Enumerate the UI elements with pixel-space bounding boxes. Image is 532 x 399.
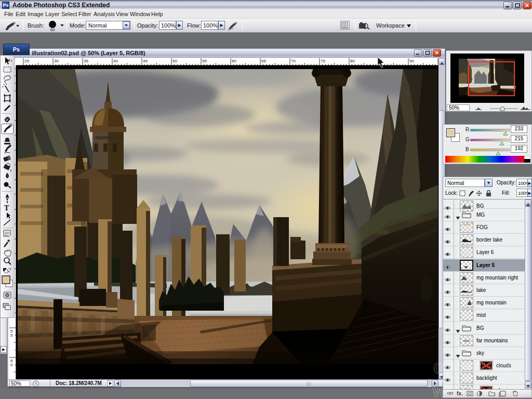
svg-text:0: 0 — [10, 363, 13, 367]
svg-text:70: 70 — [291, 59, 296, 63]
svg-text:5: 5 — [10, 333, 13, 338]
svg-text:25: 25 — [24, 59, 29, 63]
svg-text:75: 75 — [321, 59, 325, 63]
svg-text:50: 50 — [172, 59, 177, 63]
svg-text:40: 40 — [113, 59, 118, 63]
svg-text:80: 80 — [350, 59, 355, 63]
svg-text:55: 55 — [202, 59, 207, 63]
svg-text:90: 90 — [50, 28, 55, 32]
svg-text:30: 30 — [54, 59, 59, 63]
svg-text:60: 60 — [232, 59, 236, 63]
svg-text:35: 35 — [84, 59, 88, 63]
svg-text:65: 65 — [261, 59, 266, 63]
svg-text:45: 45 — [143, 59, 148, 63]
svg-text:90: 90 — [409, 59, 414, 63]
svg-text:T: T — [4, 204, 9, 212]
